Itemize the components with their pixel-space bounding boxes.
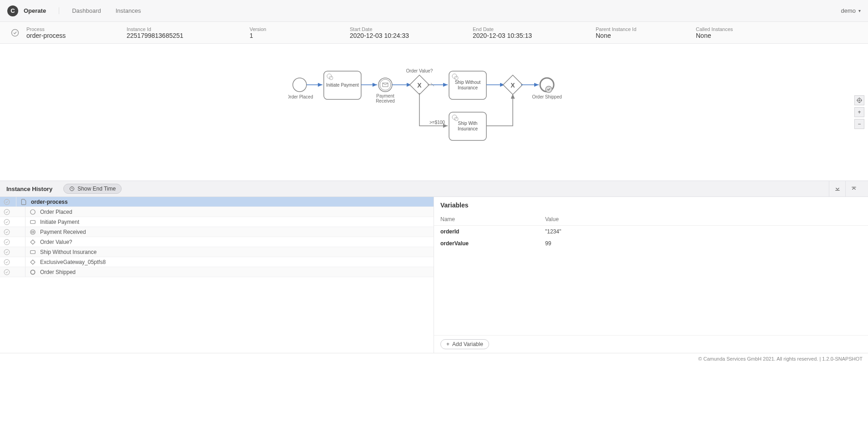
status-complete-icon <box>0 219 14 225</box>
detail-end-date: End Date 2020-12-03 10:35:13 <box>473 26 559 39</box>
zoom-in-button[interactable]: + <box>854 107 864 117</box>
svg-text:Initiate Payment: Initiate Payment <box>326 83 359 88</box>
svg-point-0 <box>12 29 19 36</box>
bottom-panels: order-process Order Placed Initiate Paym… <box>0 197 868 353</box>
zoom-out-button[interactable]: − <box>854 119 864 129</box>
svg-point-61 <box>31 270 35 274</box>
variable-row[interactable]: orderId "1234" <box>434 226 868 238</box>
gateway-icon <box>27 259 38 265</box>
svg-point-38 <box>858 98 862 103</box>
history-row[interactable]: Ship Without Insurance <box>0 247 434 257</box>
message-event-icon <box>27 229 38 235</box>
svg-text:X: X <box>511 82 515 89</box>
svg-rect-55 <box>31 240 35 244</box>
svg-point-37 <box>859 100 860 101</box>
end-event-icon <box>27 269 38 275</box>
svg-point-51 <box>4 229 10 235</box>
variables-header: Name Value <box>434 213 868 226</box>
status-complete-icon <box>0 269 14 275</box>
detail-process: Process order-process <box>26 26 90 39</box>
chevron-down-icon: ▾ <box>858 8 861 13</box>
variables-panel: Variables Name Value orderId "1234" orde… <box>434 197 868 353</box>
zoom-controls: + − <box>854 95 864 129</box>
detail-version: Version 1 <box>250 26 313 39</box>
history-row[interactable]: Order Value? <box>0 237 434 247</box>
svg-point-52 <box>31 229 36 234</box>
status-complete-icon <box>0 259 14 265</box>
nav-instances[interactable]: Instances <box>116 7 141 14</box>
instance-details-bar: Process order-process Instance Id 225179… <box>0 22 868 44</box>
svg-text:Payment: Payment <box>376 93 394 98</box>
nav-dashboard[interactable]: Dashboard <box>72 7 101 14</box>
svg-text:Order Value?: Order Value? <box>406 68 433 73</box>
svg-rect-50 <box>31 220 36 223</box>
bpmn-diagram-svg: Order Placed Initiate Payment Payment Re… <box>288 48 580 158</box>
plus-icon: + <box>446 341 449 347</box>
instance-history-tree: order-process Order Placed Initiate Paym… <box>0 197 434 353</box>
service-task-icon <box>27 219 38 225</box>
collapse-down-button[interactable] <box>829 181 845 197</box>
detail-instance-id: Instance Id 2251799813685251 <box>127 26 213 39</box>
variable-row[interactable]: orderValue 99 <box>434 238 868 249</box>
process-diagram[interactable]: Order Placed Initiate Payment Payment Re… <box>0 44 868 181</box>
svg-point-35 <box>546 86 552 93</box>
svg-text:Insurance: Insurance <box>458 85 478 90</box>
svg-point-54 <box>4 239 10 245</box>
status-complete-icon <box>0 199 14 205</box>
status-complete-icon <box>0 229 14 235</box>
svg-text:Received: Received <box>376 98 395 103</box>
add-variable-button[interactable]: + Add Variable <box>440 339 489 349</box>
svg-text:X: X <box>417 82 422 89</box>
svg-text:Ship Without: Ship Without <box>455 80 481 85</box>
detail-parent-id: Parent Instance Id None <box>596 26 659 39</box>
history-title: Instance History <box>6 186 52 192</box>
svg-point-56 <box>4 249 10 255</box>
process-icon <box>18 199 29 205</box>
svg-point-48 <box>31 209 36 214</box>
history-row[interactable]: Order Shipped <box>0 267 434 277</box>
svg-rect-57 <box>31 250 36 253</box>
svg-text:Order Shipped: Order Shipped <box>532 94 562 99</box>
svg-rect-53 <box>32 231 34 233</box>
status-complete-icon <box>0 239 14 245</box>
service-task-icon <box>27 249 38 255</box>
status-complete-icon <box>11 29 22 37</box>
history-row[interactable]: Order Placed <box>0 207 434 217</box>
variables-title: Variables <box>434 197 868 213</box>
status-complete-icon <box>0 209 14 215</box>
svg-text:Order Placed: Order Placed <box>288 94 313 99</box>
svg-point-49 <box>4 219 10 225</box>
clock-icon <box>69 186 75 191</box>
detail-called-instances: Called Instances None <box>696 26 760 39</box>
svg-point-46 <box>4 199 10 205</box>
svg-point-1 <box>293 78 306 92</box>
reset-view-button[interactable] <box>854 95 864 105</box>
collapse-up-button[interactable] <box>845 181 862 197</box>
svg-rect-59 <box>31 260 35 264</box>
status-complete-icon <box>0 249 14 255</box>
history-row-root[interactable]: order-process <box>0 197 434 207</box>
svg-text:Ship With: Ship With <box>458 121 478 126</box>
svg-point-58 <box>4 259 10 265</box>
svg-text:>=$100: >=$100 <box>429 120 445 125</box>
gateway-icon <box>27 239 38 245</box>
detail-start-date: Start Date 2020-12-03 10:24:33 <box>350 26 436 39</box>
user-menu[interactable]: demo ▾ <box>841 7 861 14</box>
history-row[interactable]: ExclusiveGateway_05ptfs8 <box>0 257 434 267</box>
show-end-time-toggle[interactable]: Show End Time <box>63 184 122 194</box>
history-panel-header: Instance History Show End Time <box>0 181 868 197</box>
footer-text: © Camunda Services GmbH 2021. All rights… <box>0 353 868 364</box>
history-row[interactable]: Initiate Payment <box>0 217 434 227</box>
start-event-icon <box>27 209 38 215</box>
user-name: demo <box>841 7 856 14</box>
app-header: C Operate Dashboard Instances demo ▾ <box>0 0 868 22</box>
app-name: Operate <box>24 7 59 14</box>
svg-point-47 <box>4 209 10 215</box>
history-row[interactable]: Payment Received <box>0 227 434 237</box>
logo-icon: C <box>7 5 18 16</box>
svg-text:Insurance: Insurance <box>458 126 478 131</box>
svg-point-60 <box>4 269 10 275</box>
